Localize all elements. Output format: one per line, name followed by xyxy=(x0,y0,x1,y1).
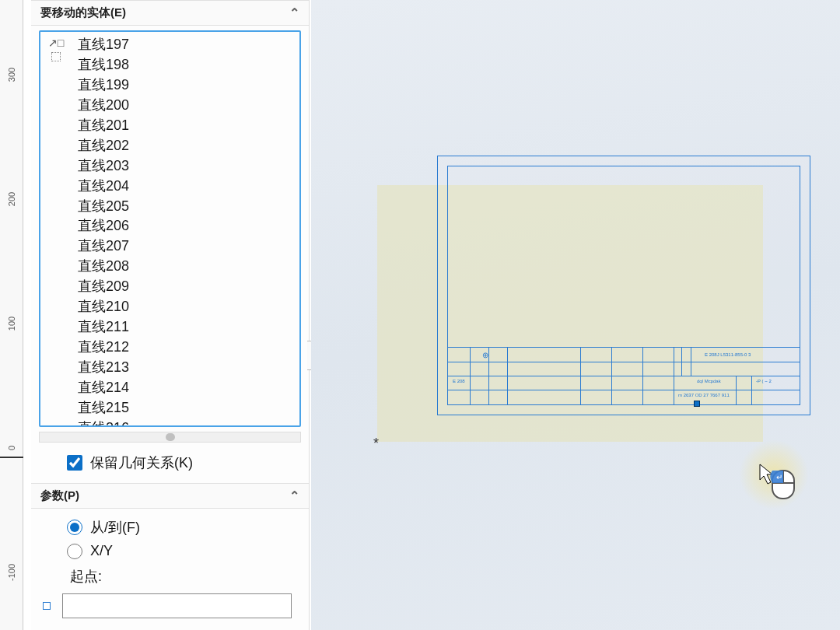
radio-from-to[interactable] xyxy=(67,520,82,535)
list-item[interactable]: 直线210 xyxy=(72,297,299,317)
list-item[interactable]: 直线213 xyxy=(72,358,299,378)
radio-xy[interactable] xyxy=(67,544,82,559)
list-item[interactable]: 直线197 xyxy=(72,35,299,55)
tb-text: E 208J L5311-855-0 3 xyxy=(705,352,751,357)
list-item[interactable]: 直线211 xyxy=(72,317,299,338)
list-item[interactable]: 直线216 xyxy=(72,418,299,425)
point-icon xyxy=(39,598,54,614)
ruler-origin-marker xyxy=(0,457,23,458)
list-item[interactable]: 直线202 xyxy=(72,136,299,156)
params-section-header[interactable]: 参数(P) ⌃ xyxy=(31,483,309,509)
drawing-sheet-border-inner: ⊕ E 208 E 208J L5311-855-0 3 dql Mcpdak … xyxy=(447,166,800,405)
title-block: ⊕ E 208 E 208J L5311-855-0 3 dql Mcpdak … xyxy=(448,347,800,404)
snap-point-handle[interactable] xyxy=(694,401,700,407)
mouse-cursor-icon: ↵ xyxy=(758,463,799,503)
ruler-tick-300: 300 xyxy=(7,65,16,85)
radio-from-to-label: 从/到(F) xyxy=(90,518,140,537)
drawing-canvas[interactable]: ⊕ E 208 E 208J L5311-855-0 3 dql Mcpdak … xyxy=(311,0,840,630)
list-item[interactable]: 直线199 xyxy=(72,75,299,96)
list-item[interactable]: 直线208 xyxy=(72,257,299,277)
params-section-title: 参数(P) xyxy=(40,488,79,503)
list-item[interactable]: 直线204 xyxy=(72,177,299,197)
list-item[interactable]: 直线214 xyxy=(72,378,299,398)
popout-icon[interactable]: ↗□ xyxy=(48,37,64,49)
chevron-up-icon: ⌃ xyxy=(289,5,299,20)
svg-marker-0 xyxy=(760,464,772,484)
list-item[interactable]: 直线203 xyxy=(72,156,299,177)
origin-label: 起点: xyxy=(67,562,299,593)
cursor-highlight: ↵ xyxy=(731,439,817,517)
list-item[interactable]: 直线209 xyxy=(72,277,299,297)
tb-text: -P ( ~ 2 xyxy=(756,379,772,383)
list-item[interactable]: 直线215 xyxy=(72,398,299,418)
origin-input[interactable] xyxy=(62,593,292,618)
list-item[interactable]: 直线201 xyxy=(72,116,299,136)
select-icon[interactable] xyxy=(51,52,61,61)
list-item[interactable]: 直线200 xyxy=(72,96,299,116)
origin-marker-icon: * xyxy=(373,436,379,452)
vertical-ruler: 300 200 100 0 -100 xyxy=(0,0,23,630)
tb-text: dql Mcpdak xyxy=(697,379,721,383)
entity-selection-box: ↗□ 直线197 直线198 直线199 直线200 直线201 直线202 直… xyxy=(39,30,301,427)
list-item[interactable]: 直线207 xyxy=(72,236,299,257)
keep-relations-label: 保留几何关系(K) xyxy=(90,453,193,472)
entity-list[interactable]: 直线197 直线198 直线199 直线200 直线201 直线202 直线20… xyxy=(72,32,299,425)
radio-xy-label: X/Y xyxy=(90,543,113,559)
ruler-tick-n100: -100 xyxy=(7,562,16,583)
radio-xy-row[interactable]: X/Y xyxy=(67,540,299,562)
entities-section-header[interactable]: 要移动的实体(E) ⌃ xyxy=(31,0,309,26)
keep-relations-checkbox[interactable] xyxy=(67,455,82,471)
svg-text:↵: ↵ xyxy=(776,473,782,481)
list-item[interactable]: 直线205 xyxy=(72,197,299,217)
radio-from-to-row[interactable]: 从/到(F) xyxy=(67,515,299,540)
params-body: 从/到(F) X/Y 起点: xyxy=(31,509,309,628)
ruler-tick-200: 200 xyxy=(7,189,16,209)
entity-tool-column: ↗□ xyxy=(40,32,72,425)
drawing-sheet-border-outer: ⊕ E 208 E 208J L5311-855-0 3 dql Mcpdak … xyxy=(437,156,810,415)
property-panel: 要移动的实体(E) ⌃ ↗□ 直线197 直线198 直线199 直线200 直… xyxy=(31,0,310,630)
list-item[interactable]: 直线212 xyxy=(72,338,299,358)
keep-relations-row[interactable]: 保留几何关系(K) xyxy=(31,449,309,483)
tb-text: m 2637 OD 27 7667 911 xyxy=(678,393,730,397)
list-item[interactable]: 直线198 xyxy=(72,55,299,75)
tb-logo: ⊕ xyxy=(482,351,488,359)
entities-section-title: 要移动的实体(E) xyxy=(40,5,126,20)
list-item[interactable]: 直线206 xyxy=(72,216,299,236)
tb-text: E 208 xyxy=(453,379,465,383)
chevron-up-icon: ⌃ xyxy=(289,488,299,503)
ruler-tick-100: 100 xyxy=(7,313,16,334)
horizontal-scrollbar[interactable] xyxy=(39,432,301,443)
origin-input-row xyxy=(39,593,299,618)
ruler-tick-0: 0 xyxy=(7,438,16,458)
scrollbar-thumb[interactable] xyxy=(166,433,175,441)
